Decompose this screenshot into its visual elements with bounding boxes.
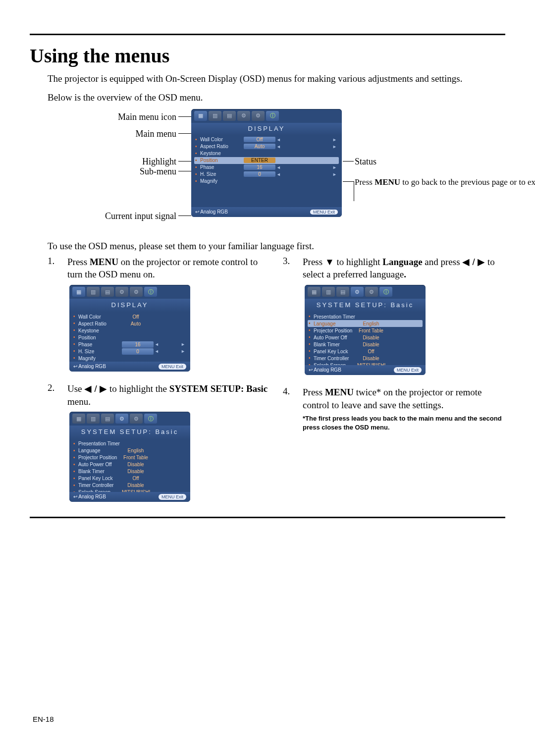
label-status: Status	[355, 157, 376, 167]
osd-input-source: ↩ Analog RGB	[73, 493, 106, 500]
osd-row: •Auto Power OffDisable	[308, 334, 423, 341]
osd-row: •Magnify	[72, 355, 187, 362]
osd-panel-step1: ▦ ▥ ▤ ⚙ ⚙ ⓘ DISPLAY •Wall ColorOff•Aspec…	[69, 285, 190, 372]
tab-icon: ▥	[87, 287, 100, 297]
page-title: Using the menus	[30, 44, 505, 67]
osd-row: •LanguageEnglish	[308, 320, 423, 327]
tab-icon: ⚙	[351, 287, 364, 297]
lead-text: To use the OSD menus, please set them to…	[48, 241, 505, 252]
down-arrow-icon: ▼	[325, 257, 334, 267]
tab-icon: ▥	[209, 111, 221, 121]
osd-row: •Presentation Timer	[72, 440, 187, 447]
tab-icon: ▦	[72, 414, 85, 424]
osd-row: •Presentation Timer	[308, 313, 423, 320]
osd-list: •Wall ColorOff◄►•Aspect RatioAuto◄►•Keys…	[191, 135, 342, 186]
osd-row: •Aspect RatioAuto◄►	[194, 143, 339, 150]
tab-info-icon: ⓘ	[144, 414, 157, 424]
step-4: 4. Press MENU twice* on the projector or…	[283, 386, 505, 432]
osd-menu-exit: MENU Exit	[159, 494, 186, 500]
osd-menu-exit: MENU Exit	[310, 210, 338, 215]
osd-row: •Blank TimerDisable	[72, 468, 187, 475]
label-current-input-signal: Current input signal	[57, 211, 176, 221]
tab-icon: ▤	[223, 111, 236, 121]
tab-icon: ⚙	[252, 111, 265, 121]
osd-row: •Blank TimerDisable	[308, 341, 423, 348]
osd-row: •Keystone	[194, 150, 339, 157]
osd-row: •Magnify	[194, 178, 339, 185]
tab-icon: ▦	[308, 287, 321, 297]
osd-input-source: ↩ Analog RGB	[195, 209, 228, 215]
osd-row: •Phase16◄►	[72, 341, 187, 348]
tab-icon: ⚙	[237, 111, 250, 121]
osd-list: •Presentation Timer•LanguageEnglish•Proj…	[305, 312, 426, 370]
osd-input-source: ↩ Analog RGB	[73, 363, 106, 370]
osd-row: •Timer ControllerDisable	[308, 355, 423, 362]
tab-icon: ▥	[87, 414, 100, 424]
osd-row: •Aspect RatioAuto	[72, 320, 187, 327]
osd: ▦ ▥ ▤ ⚙ ⚙ ⓘ DISPLAY •Wall ColorOff◄►•Asp…	[191, 109, 342, 217]
osd-row: •Wall ColorOff◄►	[194, 136, 339, 143]
tab-icon: ⚙	[115, 287, 128, 297]
osd-title: DISPLAY	[69, 299, 190, 313]
osd-row: •H. Size0◄►	[194, 171, 339, 178]
osd-panel-overview: ▦ ▥ ▤ ⚙ ⚙ ⓘ DISPLAY •Wall ColorOff◄►•Asp…	[191, 109, 342, 217]
tab-info-icon: ⓘ	[266, 111, 279, 121]
osd-title: SYSTEM SETUP: Basic	[305, 299, 426, 313]
osd-row: •PositionENTER	[194, 157, 339, 164]
intro-text: The projector is equipped with On-Screen…	[48, 72, 505, 85]
osd-overview-diagram: Main menu icon Main menu Highlight Sub-m…	[48, 107, 505, 236]
tab-icon: ▦	[194, 111, 207, 121]
osd-row: •Panel Key LockOff	[308, 348, 423, 355]
step-2: 2. Use ◀ / ▶ to highlight the SYSTEM SET…	[48, 382, 270, 506]
osd-panel-step2: ▦ ▥ ▤ ⚙ ⚙ ⓘ SYSTEM SETUP: Basic •Present…	[69, 412, 190, 502]
osd-list: •Presentation Timer•LanguageEnglish•Proj…	[69, 439, 190, 497]
page-number: EN-18	[33, 715, 54, 723]
step-1: 1. Press MENU on the projector or remote…	[48, 256, 270, 376]
tab-icon: ▦	[72, 287, 85, 297]
tab-icon: ▥	[322, 287, 335, 297]
label-press-menu: Press MENU to go back to the previous pa…	[355, 177, 414, 187]
steps-columns: 1. Press MENU on the projector or remote…	[48, 256, 505, 513]
tab-icon: ⚙	[130, 287, 143, 297]
left-right-arrow-icon: ◀ / ▶	[84, 383, 107, 394]
osd-title: DISPLAY	[191, 123, 342, 135]
tab-icon: ▤	[101, 414, 114, 424]
tab-icon: ⚙	[130, 414, 143, 424]
osd-row: •Projector PositionFront Table	[72, 454, 187, 461]
tab-icon: ▤	[336, 287, 349, 297]
rule-bottom	[30, 517, 505, 518]
osd-row: •LanguageEnglish	[72, 447, 187, 454]
osd-row: •Wall ColorOff	[72, 313, 187, 320]
osd-panel-step3: ▦ ▥ ▤ ⚙ ⚙ ⓘ SYSTEM SETUP: Basic •Present…	[305, 285, 426, 375]
osd-row: •Phase16◄►	[194, 164, 339, 171]
footnote: *The first press leads you back to the m…	[303, 414, 505, 432]
osd-row: •Projector PositionFront Table	[308, 327, 423, 334]
osd-title: SYSTEM SETUP: Basic	[69, 426, 190, 439]
osd-row: •Position	[72, 334, 187, 341]
tab-info-icon: ⓘ	[379, 287, 392, 297]
osd-row: •H. Size0◄►	[72, 348, 187, 355]
osd-row: •Panel Key LockOff	[72, 475, 187, 482]
osd-input-source: ↩ Analog RGB	[309, 367, 341, 374]
osd-row: •Auto Power OffDisable	[72, 461, 187, 468]
osd-row: •Timer ControllerDisable	[72, 482, 187, 489]
label-main-menu: Main menu	[77, 129, 176, 139]
intro-text-2: Below is the overview of the OSD menu.	[48, 92, 505, 103]
steps-left: 1. Press MENU on the projector or remote…	[48, 256, 270, 513]
tab-icon: ⚙	[365, 287, 378, 297]
osd-row: •Keystone	[72, 327, 187, 334]
steps-right: 3. Press ▼ to highlight Language and pre…	[283, 256, 505, 513]
rule-top	[30, 34, 505, 35]
tab-icon: ▤	[101, 287, 114, 297]
osd-menu-exit: MENU Exit	[159, 364, 186, 370]
tab-icon: ⚙	[115, 414, 128, 424]
step-3: 3. Press ▼ to highlight Language and pre…	[283, 256, 505, 379]
label-main-menu-icon: Main menu icon	[77, 112, 176, 122]
left-right-arrow-icon: ◀ / ▶	[462, 257, 485, 267]
osd-list: •Wall ColorOff•Aspect RatioAuto•Keystone…	[69, 312, 190, 363]
label-highlight: Highlight	[77, 157, 176, 167]
tab-info-icon: ⓘ	[144, 287, 157, 297]
osd-menu-exit: MENU Exit	[394, 367, 422, 373]
page-content: Using the menus The projector is equippe…	[30, 34, 505, 518]
label-sub-menu: Sub-menu	[77, 166, 176, 177]
